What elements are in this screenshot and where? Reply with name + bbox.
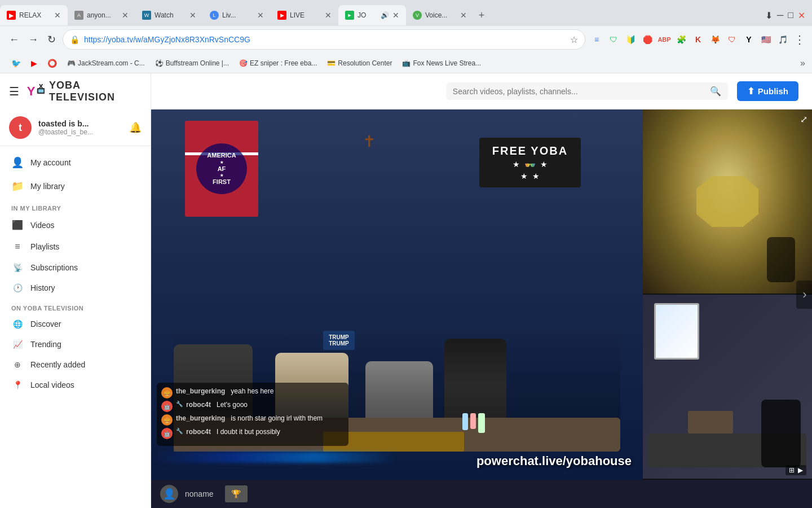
- publish-button[interactable]: ⬆ Publish: [737, 81, 798, 101]
- tab-close-jo[interactable]: ✕: [392, 11, 399, 20]
- ext-shield1-icon[interactable]: 🛡: [607, 33, 620, 46]
- side-panel-next-icon[interactable]: ›: [796, 281, 812, 309]
- bookmark-jackstream[interactable]: 🎮 JackStream.com - C...: [63, 58, 149, 68]
- sidebar-item-subscriptions[interactable]: 📡 Subscriptions: [0, 257, 151, 278]
- ext-y-icon[interactable]: Y: [742, 33, 756, 46]
- tab-close-live2[interactable]: ✕: [325, 11, 332, 20]
- ext-shield3-icon[interactable]: 🛡: [725, 33, 739, 46]
- tab-jo[interactable]: ► JO 🔊 ✕: [338, 5, 406, 25]
- ext-fox-icon[interactable]: 🦊: [708, 33, 722, 46]
- close-window-icon[interactable]: ✕: [798, 10, 805, 21]
- tab-close-live1[interactable]: ✕: [257, 11, 264, 20]
- noname-avatar-icon: 👤: [163, 488, 175, 500]
- ext-k-icon[interactable]: K: [691, 33, 705, 46]
- sidebar-item-discover[interactable]: 🌐 Discover: [0, 314, 151, 334]
- ext-puzzle-icon[interactable]: 🧩: [674, 33, 688, 46]
- pip-play-icon[interactable]: ▶: [798, 466, 803, 474]
- tab-voice[interactable]: V Voice... ✕: [406, 5, 474, 25]
- bookmark-twitter[interactable]: 🐦: [7, 58, 25, 69]
- minimize-icon[interactable]: ─: [777, 10, 783, 20]
- address-url[interactable]: https://yoba.tv/w/aMGyZjoNx8R3XnRvSnCC9G: [84, 35, 566, 44]
- new-tab-button[interactable]: +: [474, 7, 489, 23]
- thumbnail-ufc[interactable]: ⤢: [643, 110, 812, 295]
- address-input-wrap[interactable]: 🔒 https://yoba.tv/w/aMGyZjoNx8R3XnRvSnCC…: [63, 29, 585, 50]
- user-avatar[interactable]: t: [9, 116, 32, 139]
- sidebar-item-videos[interactable]: ⬛ Videos: [0, 214, 151, 236]
- notification-bell-icon[interactable]: 🔔: [129, 121, 142, 134]
- tab-relax[interactable]: ▶ RELAX ✕: [0, 5, 68, 25]
- tab-live2[interactable]: ▶ LIVE ✕: [271, 5, 338, 25]
- ext-abp-icon[interactable]: ABP: [657, 33, 671, 46]
- publish-label: Publish: [758, 86, 788, 96]
- main-video-feed[interactable]: 🕐 9:17:16 PM AMERICA ★ AF ★ FIR: [151, 110, 643, 480]
- bookmark-circle[interactable]: ⭕: [43, 58, 61, 69]
- bookmark-buffstream[interactable]: ⚽ Buffstream Online |...: [151, 58, 233, 68]
- tab-close-anyon[interactable]: ✕: [122, 11, 129, 20]
- sidebar-item-my-library[interactable]: 📁 My library: [0, 174, 151, 198]
- bookmark-ezsniper[interactable]: 🎯 EZ sniper : Free eba...: [235, 58, 321, 68]
- tab-close-relax[interactable]: ✕: [54, 11, 61, 20]
- bookmark-youtube[interactable]: ▶: [27, 58, 42, 69]
- ext-music-icon[interactable]: 🎵: [776, 33, 789, 46]
- tab-watch[interactable]: W Watch ✕: [135, 5, 203, 25]
- discover-icon: 🌐: [11, 319, 24, 329]
- neon-light: [151, 452, 397, 463]
- address-bar: ← → ↻ 🔒 https://yoba.tv/w/aMGyZjoNx8R3Xn…: [0, 26, 812, 53]
- bookmarks-overflow-button[interactable]: »: [800, 58, 805, 68]
- tab-close-voice[interactable]: ✕: [460, 11, 467, 20]
- chat-username-3: roboc4t: [186, 428, 211, 436]
- search-input[interactable]: [453, 87, 705, 96]
- hamburger-menu-icon[interactable]: ☰: [9, 85, 19, 98]
- sidebar-item-local-videos[interactable]: 📍 Local videos: [0, 375, 151, 395]
- bookmark-paypal[interactable]: 💳 Resolution Center: [323, 58, 396, 68]
- bookmark-buffstream-label: Buffstream Online |...: [166, 59, 229, 67]
- sidebar-item-videos-label: Videos: [30, 221, 55, 230]
- bookmark-star-icon[interactable]: ☆: [570, 34, 578, 45]
- profile-icon[interactable]: ⬇: [765, 10, 773, 21]
- tab-live1[interactable]: L Liv... ✕: [203, 5, 271, 25]
- pip-grid-icon[interactable]: ⊞: [789, 466, 795, 474]
- history-icon: 🕐: [11, 283, 24, 292]
- search-wrap[interactable]: 🔍: [446, 82, 728, 100]
- sidebar-item-my-account[interactable]: 👤 My account: [0, 151, 151, 174]
- buffstream-favicon: ⚽: [155, 59, 164, 67]
- ext-shield2-icon[interactable]: 🔰: [624, 33, 637, 46]
- account-icon: 👤: [11, 156, 24, 169]
- forward-button[interactable]: →: [26, 32, 41, 48]
- sidebar-item-playlists[interactable]: ≡ Playlists: [0, 236, 151, 257]
- sidebar-item-trending-label: Trending: [30, 340, 61, 349]
- ext-stop-icon[interactable]: 🛑: [641, 33, 654, 46]
- sidebar-item-recently-added-label: Recently added: [30, 360, 85, 369]
- reload-button[interactable]: ↻: [45, 31, 58, 48]
- tab-anyon[interactable]: A anyon... ✕: [68, 5, 135, 25]
- twitter-icon: 🐦: [11, 59, 21, 68]
- back-button[interactable]: ←: [7, 32, 21, 48]
- ext-flag-icon[interactable]: 🇺🇸: [759, 33, 773, 46]
- app-container: ☰ Y YOBA TELEVISION t: [0, 73, 812, 508]
- bookmark-foxnews[interactable]: 📺 Fox News Live Strea...: [398, 58, 486, 68]
- chat-avatar-burgerking2: 🍔: [161, 414, 173, 426]
- bookmarks-bar: 🐦 ▶ ⭕ 🎮 JackStream.com - C... ⚽ Buffstre…: [0, 53, 812, 73]
- chat-avatar-roboc2: 🤖: [161, 428, 173, 439]
- sidebar-item-recently-added[interactable]: ⊕ Recently added: [0, 354, 151, 375]
- local-videos-icon: 📍: [11, 380, 24, 389]
- tab-close-watch[interactable]: ✕: [189, 11, 196, 20]
- ext-list-icon[interactable]: ≡: [590, 33, 603, 46]
- trending-icon: 📈: [11, 340, 24, 349]
- sidebar-item-trending[interactable]: 📈 Trending: [0, 334, 151, 354]
- search-button[interactable]: 🔍: [710, 86, 721, 97]
- chat-mod-badge-2: 🔧: [176, 428, 183, 434]
- browser-menu-button[interactable]: ⋮: [794, 33, 805, 46]
- bookmark-paypal-label: Resolution Center: [338, 59, 392, 67]
- publish-icon: ⬆: [747, 86, 754, 97]
- sidebar-header: ☰ Y YOBA TELEVISION: [0, 73, 151, 110]
- videos-icon: ⬛: [11, 220, 24, 230]
- maximize-icon[interactable]: □: [788, 10, 793, 20]
- thumbnail-expand-icon[interactable]: ⤢: [800, 114, 807, 125]
- thumbnail-room[interactable]: [643, 295, 812, 480]
- sidebar-item-subscriptions-label: Subscriptions: [30, 263, 78, 272]
- bookmark-foxnews-label: Fox News Live Strea...: [413, 59, 481, 67]
- browser-chrome: ▶ RELAX ✕ A anyon... ✕ W Watch ✕ L Liv..…: [0, 0, 812, 73]
- noname-avatar: 👤: [160, 485, 178, 503]
- sidebar-item-history[interactable]: 🕐 History: [0, 278, 151, 298]
